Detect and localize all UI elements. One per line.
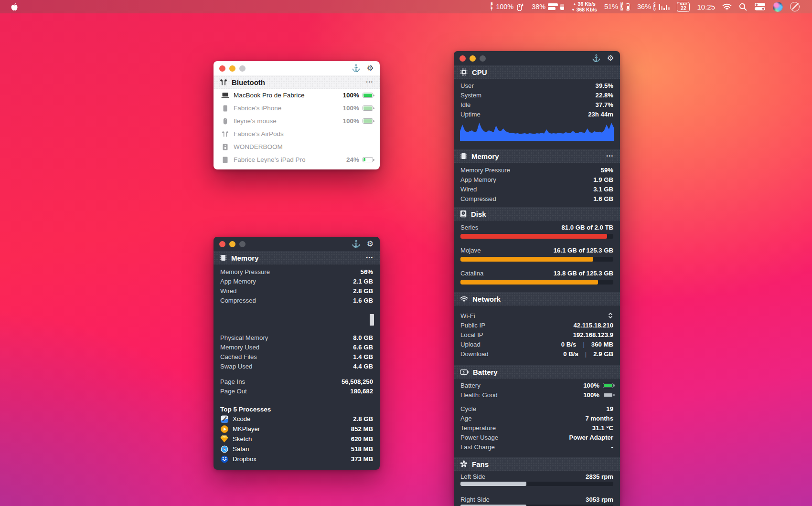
network-section-title: Network xyxy=(472,295,501,303)
memory-chip-icon xyxy=(220,254,227,262)
pin-anchor-icon[interactable]: ⚓ xyxy=(592,53,601,63)
device-name: Fabrice’s iPhone xyxy=(234,105,281,112)
memory-section-header: Memory ••• xyxy=(454,149,620,163)
gear-icon[interactable]: ⚙ xyxy=(367,239,374,249)
stat-row: Local IP192.168.123.9 xyxy=(454,330,620,339)
fans-section-title: Fans xyxy=(472,460,489,468)
disk-volume-row: Mojave16.1 GB of 125.3 GB xyxy=(454,245,620,255)
wifi-interface-row[interactable]: Wi-Fi xyxy=(454,311,620,320)
pin-anchor-icon[interactable]: ⚓ xyxy=(352,239,361,249)
memory-menu-dots[interactable]: ••• xyxy=(607,154,614,158)
device-battery-pct: 24% xyxy=(346,156,359,163)
device-row-iphone[interactable]: Fabrice’s iPhone 100% xyxy=(214,102,380,115)
stat-row: Wired2.8 GB xyxy=(214,286,380,295)
device-row-mouse[interactable]: fleyne’s mouse 100% xyxy=(214,115,380,127)
device-row-airpods[interactable]: Fabrice’s AirPods xyxy=(214,127,380,140)
battery-icon xyxy=(363,93,373,98)
cpu-section-header: CPU xyxy=(454,65,620,79)
stat-row: Wired3.1 GB xyxy=(454,184,620,194)
control-center-icon xyxy=(754,2,766,11)
device-row-ipad[interactable]: Fabrice Leyne’s iPad Pro 24% xyxy=(214,153,380,166)
battery-level-row: Battery 100% xyxy=(454,380,620,390)
chevron-up-down-icon[interactable] xyxy=(608,312,613,319)
sketch-icon xyxy=(220,435,228,443)
process-row-xcode[interactable]: Xcode 2.8 GB xyxy=(214,414,380,424)
process-row-mkplayer[interactable]: MKPlayer 852 MB xyxy=(214,424,380,434)
disk-volume-row: Catalina13.8 GB of 125.3 GB xyxy=(454,268,620,278)
airpods-icon xyxy=(220,79,227,86)
zoom-button[interactable] xyxy=(239,65,246,72)
gear-icon[interactable]: ⚙ xyxy=(607,53,614,63)
stat-row: User39.5% xyxy=(454,81,620,90)
search-icon xyxy=(739,3,747,11)
menubar-network[interactable]: ▲36 Kb/s ▼368 Kb/s xyxy=(571,1,597,12)
memory-title: Memory xyxy=(231,254,259,262)
battery-icon xyxy=(363,105,373,111)
menubar-clock[interactable]: 10:25 xyxy=(697,3,715,11)
menubar-control-center[interactable] xyxy=(754,2,766,11)
menubar-cpu[interactable]: 36% CPU xyxy=(637,2,670,11)
upload-arrow-icon: ▲ xyxy=(573,1,576,7)
menubar-do-not-disturb[interactable] xyxy=(790,2,800,11)
zoom-button[interactable] xyxy=(239,241,246,247)
disk-bar xyxy=(460,234,613,239)
process-value: 373 MB xyxy=(351,455,373,463)
zoom-button[interactable] xyxy=(480,55,486,62)
menubar-disk[interactable]: 38% xyxy=(532,3,564,11)
device-name: fleyne’s mouse xyxy=(234,117,277,125)
disk-pill-icon xyxy=(560,4,564,10)
close-button[interactable] xyxy=(219,241,225,247)
menubar-bluetooth-battery[interactable]: BLT 100% xyxy=(491,2,524,11)
memory-pill-icon xyxy=(626,3,630,11)
gear-icon[interactable]: ⚙ xyxy=(367,63,374,74)
minimize-button[interactable] xyxy=(229,65,235,72)
disk-volume-row: Series81.0 GB of 2.0 TB xyxy=(454,222,620,232)
process-row-safari[interactable]: Safari 518 MB xyxy=(214,444,380,454)
memory-section-title: Memory xyxy=(471,152,499,160)
stat-row: Cached Files1.4 GB xyxy=(214,352,380,361)
stat-row: App Memory2.1 GB xyxy=(214,276,380,286)
process-value: 518 MB xyxy=(351,445,373,453)
bluetooth-menu-dots[interactable]: ••• xyxy=(366,80,374,84)
upload-rate: 36 Kb/s xyxy=(578,1,596,7)
menubar-siri[interactable] xyxy=(773,2,783,12)
close-button[interactable] xyxy=(219,65,225,72)
process-row-sketch[interactable]: Sketch 620 MB xyxy=(214,434,380,444)
minimize-button[interactable] xyxy=(229,241,235,247)
stat-row: Public IP42.115.18.210 xyxy=(454,320,620,330)
siri-icon xyxy=(773,2,783,12)
device-row-macbook[interactable]: MacBook Pro de Fabrice 100% xyxy=(214,89,380,102)
device-name: Fabrice Leyne’s iPad Pro xyxy=(234,156,306,163)
device-battery-pct: 100% xyxy=(342,105,359,112)
memory-menu-dots[interactable]: ••• xyxy=(366,255,374,260)
battery-health-row: Health: Good 100% xyxy=(454,390,620,400)
disk-section-title: Disk xyxy=(471,210,486,218)
menubar-memory[interactable]: 51% MEM xyxy=(604,2,630,11)
pin-anchor-icon[interactable]: ⚓ xyxy=(352,63,361,74)
stat-row: Temperature31.1 °C xyxy=(454,423,620,432)
close-button[interactable] xyxy=(459,55,466,62)
process-value: 620 MB xyxy=(351,435,373,443)
device-row-wonderboom[interactable]: WONDERBOOM xyxy=(214,140,380,153)
process-name: Xcode xyxy=(233,415,250,422)
stat-row: Memory Used6.6 GB xyxy=(214,342,380,352)
tablet-icon xyxy=(220,157,230,163)
menubar-wifi[interactable] xyxy=(722,3,732,11)
minimize-button[interactable] xyxy=(470,55,476,62)
stat-row: Compressed1.6 GB xyxy=(214,295,380,305)
dropbox-icon xyxy=(220,455,228,463)
apple-menu[interactable] xyxy=(11,3,18,11)
menubar-search[interactable] xyxy=(739,3,747,11)
process-name: Sketch xyxy=(233,435,252,443)
menubar-calendar[interactable]: MAR 22 xyxy=(677,2,690,12)
battery-health-icon xyxy=(603,392,613,398)
process-row-dropbox[interactable]: Dropbox 373 MB xyxy=(214,454,380,464)
disk-value: 38% xyxy=(532,3,545,11)
memory-pressure-graph xyxy=(214,307,380,329)
bluetooth-titlebar: ⚓ ⚙ xyxy=(214,61,380,75)
process-value: 2.8 GB xyxy=(353,415,373,422)
device-name: WONDERBOOM xyxy=(234,143,283,150)
wifi-icon xyxy=(722,3,732,11)
memory-value: 51% xyxy=(604,3,618,11)
disk-section-header: Disk xyxy=(454,207,620,221)
